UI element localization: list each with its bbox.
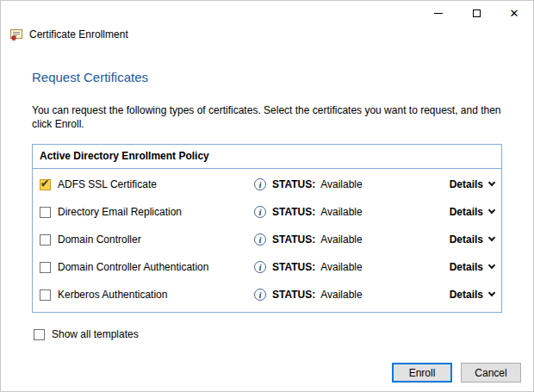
template-row: Directory Email Replication i STATUS: Av…	[33, 198, 501, 226]
info-icon: i	[254, 261, 266, 273]
details-label: Details	[450, 289, 483, 301]
info-icon: i	[254, 233, 266, 246]
close-icon: ✕	[510, 8, 519, 19]
enroll-button[interactable]: Enroll	[392, 363, 452, 383]
page-title: Request Certificates	[32, 70, 502, 84]
template-label: Directory Email Replication	[58, 206, 254, 218]
show-all-templates-checkbox[interactable]	[34, 329, 45, 340]
close-button[interactable]: ✕	[495, 1, 533, 25]
info-icon: i	[254, 206, 266, 218]
minimize-button[interactable]	[419, 1, 457, 25]
app-header: Certificate Enrollment	[1, 25, 533, 44]
chevron-down-icon	[488, 234, 495, 241]
checkmark-icon: ✔	[40, 177, 49, 190]
info-icon: i	[254, 178, 266, 190]
status-label: STATUS:	[272, 289, 315, 301]
template-checkbox[interactable]: ✔	[40, 179, 51, 190]
minimize-icon	[434, 13, 443, 14]
details-label: Details	[450, 178, 483, 190]
info-icon: i	[254, 289, 266, 301]
template-checkbox[interactable]	[40, 289, 51, 301]
status-value: Available	[320, 233, 362, 246]
show-all-templates-row: Show all templates	[34, 328, 502, 340]
status-value: Available	[320, 289, 362, 301]
chevron-down-icon	[488, 289, 495, 296]
status-value: Available	[320, 178, 362, 190]
template-checkbox[interactable]	[40, 234, 51, 246]
status-label: STATUS:	[272, 206, 315, 218]
status-group: i STATUS: Available	[254, 233, 363, 246]
status-label: STATUS:	[272, 178, 315, 190]
certificate-icon	[9, 28, 23, 41]
app-title: Certificate Enrollment	[29, 28, 128, 40]
titlebar: ✕	[1, 1, 533, 25]
details-label: Details	[450, 206, 483, 218]
template-row: Domain Controller Authentication i STATU…	[33, 253, 501, 281]
template-label: Domain Controller	[58, 233, 254, 246]
cancel-button[interactable]: Cancel	[461, 363, 521, 383]
template-label: Domain Controller Authentication	[58, 261, 254, 273]
maximize-button[interactable]	[457, 1, 495, 25]
details-button[interactable]: Details	[450, 178, 494, 190]
chevron-down-icon	[488, 207, 495, 214]
footer-buttons: Enroll Cancel	[392, 363, 521, 383]
status-group: i STATUS: Available	[254, 206, 363, 218]
template-row: Kerberos Authentication i STATUS: Availa…	[33, 281, 501, 308]
template-checkbox[interactable]	[40, 207, 51, 218]
template-label: ADFS SSL Certificate	[58, 178, 254, 190]
status-group: i STATUS: Available	[254, 178, 363, 190]
details-button[interactable]: Details	[450, 206, 494, 218]
details-button[interactable]: Details	[450, 261, 494, 273]
details-label: Details	[450, 233, 483, 246]
status-value: Available	[320, 261, 362, 273]
template-checkbox[interactable]	[40, 262, 51, 273]
enrollment-policy-box: Active Directory Enrollment Policy ✔ ADF…	[32, 144, 502, 313]
status-group: i STATUS: Available	[254, 289, 363, 301]
status-value: Available	[320, 206, 362, 218]
template-label: Kerberos Authentication	[58, 289, 254, 301]
details-button[interactable]: Details	[450, 289, 494, 301]
details-label: Details	[450, 261, 483, 273]
template-row: ✔ ADFS SSL Certificate i STATUS: Availab…	[33, 171, 501, 198]
wizard-content: Request Certificates You can request the…	[1, 70, 533, 313]
maximize-icon	[473, 9, 481, 17]
status-label: STATUS:	[272, 261, 315, 273]
template-row: Domain Controller i STATUS: Available De…	[33, 226, 501, 253]
certificate-enrollment-window: { "window": { "app_title": "Certificate …	[0, 0, 534, 392]
status-label: STATUS:	[272, 233, 315, 246]
policy-header: Active Directory Enrollment Policy	[33, 145, 501, 169]
policy-rows: ✔ ADFS SSL Certificate i STATUS: Availab…	[33, 169, 501, 312]
chevron-down-icon	[488, 262, 495, 269]
page-description: You can request the following types of c…	[32, 103, 507, 131]
details-button[interactable]: Details	[450, 233, 494, 246]
show-all-templates-label: Show all templates	[52, 328, 139, 340]
chevron-down-icon	[488, 179, 495, 186]
status-group: i STATUS: Available	[254, 261, 363, 273]
